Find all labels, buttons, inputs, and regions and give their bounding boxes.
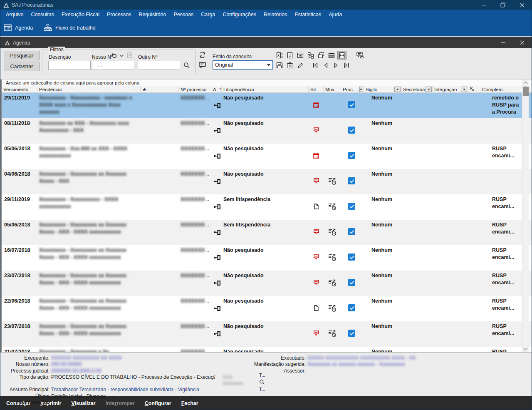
grid-row[interactable]: 05/06/2018Xxxxxxxxx - Xxxxxxxxx xx Xxxxx…: [2, 220, 532, 245]
agenda-close-button[interactable]: [512, 37, 532, 48]
export-excel-icon[interactable]: [275, 51, 284, 60]
dock-icon: [211, 245, 222, 271]
column-header-mov[interactable]: Mov.: [324, 86, 341, 92]
grid-row[interactable]: 23/07/2018Xxxxxxxxx - Xxxxxxxxx xx Xxxxx…: [2, 271, 532, 296]
proc-checkbox[interactable]: [348, 152, 355, 159]
menu-item-execucao-fiscal[interactable]: Execução Fiscal: [58, 10, 103, 20]
scroll-down-icon[interactable]: [522, 345, 529, 352]
scroll-up-icon[interactable]: [522, 80, 529, 86]
menu-item-requisitorio[interactable]: Requisitório: [135, 10, 170, 20]
proc-checkbox[interactable]: [348, 279, 355, 286]
nav-first-icon[interactable]: [311, 61, 320, 70]
search-icon[interactable]: [182, 61, 192, 70]
secretaria-cell: [401, 118, 433, 144]
menu-item-pessoas[interactable]: Pessoas: [170, 10, 197, 20]
secretaria-filter-button[interactable]: [426, 87, 432, 92]
menu-item-configuracoes[interactable]: Configurações: [219, 10, 260, 20]
chevron-down-icon[interactable]: [119, 54, 124, 57]
assunto-principal-value[interactable]: Trabalhador Terceirizado - responsabilid…: [51, 387, 199, 393]
cascade-windows-icon[interactable]: [317, 51, 326, 60]
customize-cell: [468, 169, 480, 194]
menu-item-processos[interactable]: Processos: [103, 10, 135, 20]
group-by-hint[interactable]: Arraste um cabeçalho de coluna aqui para…: [2, 80, 532, 86]
column-header-processo[interactable]: Nº processo: [179, 86, 211, 92]
grid-row[interactable]: 23/07/2018Xxxxxxxxx - Xxxxxxxxx xx Xxxxx…: [2, 321, 532, 347]
grid-row[interactable]: 05/06/2018Xxxxxxxxx - Xxx.000 xx XXX - X…: [2, 144, 532, 169]
proc-checkbox[interactable]: [348, 304, 355, 311]
agenda-toolbar-button[interactable]: Agenda: [4, 24, 33, 32]
nosso-numero-value-redacted: 000.00.00000: [51, 361, 82, 368]
restore-button[interactable]: [493, 0, 512, 10]
scrollbar-thumb[interactable]: [523, 87, 529, 96]
outro-numero-input[interactable]: [138, 61, 180, 70]
agenda-minimize-button[interactable]: [493, 37, 512, 48]
column-header-secretaria[interactable]: Secretaria: [401, 86, 433, 92]
nav-next-icon[interactable]: [332, 61, 341, 70]
export-window-icon[interactable]: [296, 51, 305, 60]
grid-row[interactable]: 29/11/2019Xxxxxxxxx - Xxxxxxxxxx - XXXX …: [2, 194, 532, 220]
menu-item-estatisticas[interactable]: Estatísticas: [291, 10, 325, 20]
proc-checkbox[interactable]: [348, 203, 355, 210]
grid-row[interactable]: 04/06/2018Xxxxxxxxx - Xxxxxxxxx xx Xxxxx…: [2, 169, 532, 194]
column-header-sit[interactable]: Sit.: [309, 86, 324, 92]
integracao-cell: [433, 144, 468, 169]
vertical-scrollbar[interactable]: [522, 80, 529, 352]
pesquisar-button[interactable]: Pesquisar: [4, 51, 40, 60]
menu-item-ajuda[interactable]: Ajuda: [325, 10, 346, 20]
text-tool-button[interactable]: T...: [259, 372, 265, 378]
save-icon[interactable]: [275, 61, 284, 70]
estilo-da-consulta-select[interactable]: Original: [213, 60, 273, 70]
close-button[interactable]: [512, 0, 532, 10]
column-header-alerta[interactable]: A..: [211, 86, 222, 92]
column-header-litispendencia[interactable]: Litispendência: [222, 86, 309, 92]
nav-previous-icon[interactable]: [321, 61, 330, 70]
column-header-customize[interactable]: [468, 86, 480, 92]
integracao-filter-button[interactable]: [461, 87, 467, 92]
star-cell: [141, 194, 179, 220]
edit-icon[interactable]: [296, 61, 305, 70]
proc-checkbox[interactable]: [348, 177, 355, 184]
refresh-icon[interactable]: [199, 52, 206, 58]
cadastrar-button[interactable]: Cadastrar: [4, 62, 40, 71]
menu-item-consultas[interactable]: Consultas: [27, 10, 58, 20]
proc-checkbox[interactable]: [348, 228, 355, 235]
record-view-icon[interactable]: [337, 51, 346, 60]
comment-eye-icon[interactable]: [356, 51, 365, 60]
sigilo-filter-button[interactable]: [394, 87, 401, 92]
menu-item-carga[interactable]: Carga: [197, 10, 219, 20]
proc-filter-button[interactable]: [359, 87, 363, 92]
descricao-input[interactable]: [48, 61, 91, 70]
proc-checkbox[interactable]: [348, 253, 355, 261]
text-tool-button-2[interactable]: T...: [259, 386, 265, 392]
proc-checkbox[interactable]: [348, 101, 355, 108]
comment-icon[interactable]: [199, 62, 206, 68]
column-header-integracao[interactable]: Integração: [433, 86, 468, 92]
column-header-vencimento[interactable]: Vencimento: [2, 86, 37, 92]
menu-item-arquivo[interactable]: Arquivo: [2, 10, 27, 20]
report-icon[interactable]: [285, 51, 294, 60]
proc-checkbox[interactable]: [348, 127, 355, 134]
column-header-pendencia[interactable]: Pendência: [37, 86, 141, 92]
fluxo-de-trabalho-toolbar-button[interactable]: Fluxo de trabalho: [44, 24, 96, 32]
column-header-sigilo[interactable]: Sigilo: [364, 86, 401, 92]
column-header-complemento[interactable]: Complem...: [480, 86, 522, 92]
nosso-numero-input[interactable]: [92, 61, 134, 70]
group-tree-icon[interactable]: [306, 51, 315, 60]
minimize-button[interactable]: [474, 0, 493, 10]
grid-row[interactable]: 21/07/2018Xxxxxxxxx - Xxxxxxxxx x XxXXXX…: [2, 347, 532, 352]
column-header-star[interactable]: ★: [141, 86, 179, 92]
grid-row[interactable]: 22/06/2018Xxxxxxxxx - Xxxxxxxxx xx Xxxxx…: [2, 296, 532, 321]
column-header-proc[interactable]: Proc. ...: [341, 86, 364, 92]
undo-icon[interactable]: [111, 53, 117, 58]
customize-cell: [468, 296, 480, 321]
grid-row[interactable]: 16/07/2018Xxxxxxxxx - Xxxxxxxxx xx Xxxxx…: [2, 245, 532, 271]
delete-icon[interactable]: [285, 61, 294, 70]
search-detail-icon[interactable]: [259, 379, 265, 385]
proc-checkbox[interactable]: [348, 330, 355, 337]
menu-item-relatorios[interactable]: Relatórios: [260, 10, 291, 20]
grid-row[interactable]: 29/11/2019Xxxxxxxxx - Xxxxxxxxxx - xxxxx…: [2, 93, 532, 118]
dock-icon: [211, 118, 222, 144]
nav-last-icon[interactable]: [342, 61, 351, 70]
grid-row[interactable]: 08/11/2018Xxxxxxxxx xx XXX - Xxxxxxxxx x…: [2, 118, 532, 144]
grid-view-icon[interactable]: [327, 51, 336, 60]
